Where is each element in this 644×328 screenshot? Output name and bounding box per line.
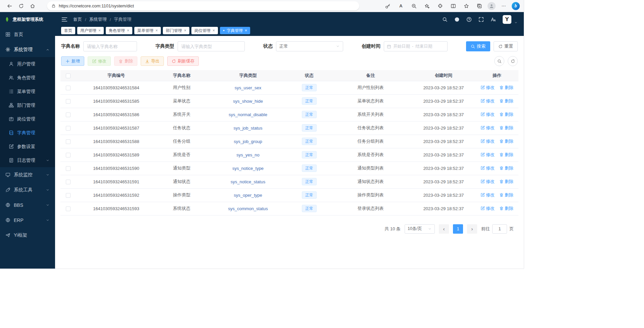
sidebar-item-home[interactable]: 首页 — [0, 27, 55, 42]
avatar-caret-icon[interactable] — [514, 21, 518, 25]
tab-close-icon[interactable]: × — [184, 29, 186, 33]
favorites-button[interactable] — [461, 1, 471, 11]
page-1-button[interactable]: 1 — [453, 224, 463, 234]
reset-button[interactable]: 重置 — [494, 41, 518, 51]
add-button[interactable]: 新增 — [61, 56, 84, 66]
table-row[interactable]: 1641030593246531590通知类型sys_notice_type正常… — [60, 161, 518, 175]
tab-user-mgmt[interactable]: 用户管理× — [77, 27, 104, 34]
add-favorite-button[interactable] — [422, 1, 432, 11]
row-delete-link[interactable]: 删除 — [499, 111, 513, 118]
dict-type-link[interactable]: sys_oper_type — [234, 193, 262, 198]
tab-menu-mgmt[interactable]: 菜单管理× — [134, 27, 161, 34]
collections-button[interactable] — [474, 1, 485, 11]
refresh-table-button[interactable] — [508, 56, 518, 66]
header-search-icon[interactable] — [442, 17, 448, 22]
row-edit-link[interactable]: 修改 — [480, 205, 495, 212]
password-manager-button[interactable] — [383, 1, 393, 11]
row-edit-link[interactable]: 修改 — [480, 111, 495, 118]
select-all-checkbox[interactable] — [66, 74, 71, 78]
tab-dept-mgmt[interactable]: 部门管理× — [163, 27, 189, 34]
row-edit-link[interactable]: 修改 — [480, 165, 495, 171]
row-delete-link[interactable]: 删除 — [499, 138, 513, 144]
browser-profile-button[interactable] — [488, 2, 496, 10]
dict-type-link[interactable]: sys_job_group — [234, 139, 262, 144]
sidebar-item-user-mgmt[interactable]: 用户管理 — [0, 57, 55, 71]
breadcrumb-system-mgmt[interactable]: 系统管理 — [89, 16, 107, 22]
row-checkbox[interactable] — [66, 139, 71, 144]
dict-type-link[interactable]: sys_notice_type — [232, 166, 264, 171]
toggle-search-button[interactable] — [494, 56, 504, 66]
row-edit-link[interactable]: 修改 — [480, 125, 495, 131]
date-range-picker[interactable]: 开始日期 - 结束日期 — [384, 41, 448, 51]
sidebar-item-system-tools[interactable]: 系统工具 — [0, 182, 55, 197]
extensions-button[interactable] — [435, 1, 445, 11]
row-edit-link[interactable]: 修改 — [480, 85, 495, 91]
tab-close-icon[interactable]: × — [245, 29, 247, 33]
dict-type-link[interactable]: sys_common_status — [228, 206, 268, 211]
dict-type-link[interactable]: sys_user_sex — [235, 85, 261, 90]
refresh-cache-button[interactable]: 刷新缓存 — [167, 56, 199, 66]
row-checkbox[interactable] — [66, 180, 71, 184]
table-row[interactable]: 1641030593246531592操作类型sys_oper_type正常操作… — [60, 188, 518, 202]
page-size-select[interactable]: 10条/页 — [405, 224, 435, 234]
dict-type-link[interactable]: sys_job_status — [234, 126, 263, 131]
row-checkbox[interactable] — [66, 126, 71, 131]
tab-home[interactable]: 首页 — [61, 27, 75, 34]
search-button[interactable]: 搜索 — [466, 41, 490, 51]
row-checkbox[interactable] — [66, 112, 71, 117]
row-delete-link[interactable]: 删除 — [499, 152, 513, 158]
dict-type-link[interactable]: sys_normal_disable — [229, 112, 267, 117]
row-delete-link[interactable]: 删除 — [499, 125, 513, 131]
status-select[interactable]: 正常 — [276, 41, 343, 51]
copilot-button[interactable]: b — [512, 2, 520, 10]
tab-close-icon[interactable]: × — [213, 29, 215, 33]
sidebar-item-param-settings[interactable]: 参数设置 — [0, 140, 55, 153]
breadcrumb-home[interactable]: 首页 — [73, 16, 82, 22]
font-size-icon[interactable] — [491, 17, 496, 22]
row-delete-link[interactable]: 删除 — [499, 98, 513, 104]
row-checkbox[interactable] — [66, 166, 71, 171]
dict-name-input[interactable] — [83, 41, 137, 51]
sidebar-item-menu-mgmt[interactable]: 菜单管理 — [0, 85, 55, 98]
sidebar-item-post-mgmt[interactable]: 岗位管理 — [0, 112, 55, 126]
row-edit-link[interactable]: 修改 — [480, 152, 495, 158]
fullscreen-icon[interactable] — [478, 17, 484, 22]
browser-menu-button[interactable]: ⋯ — [499, 1, 509, 11]
delete-button[interactable]: 删除 — [114, 56, 137, 66]
table-row[interactable]: 1641030593246531586系统开关sys_normal_disabl… — [60, 108, 518, 121]
row-edit-link[interactable]: 修改 — [480, 179, 495, 185]
dict-type-link[interactable]: sys_show_hide — [233, 99, 263, 104]
tab-role-mgmt[interactable]: 角色管理× — [106, 27, 132, 34]
sidebar-item-system-mgmt[interactable]: 系统管理 — [0, 42, 55, 57]
table-row[interactable]: 1641030593246531584用户性别sys_user_sex正常用户性… — [60, 81, 518, 94]
address-bar[interactable]: https://ccnetcore.com:1101/system/dict — [47, 1, 359, 10]
table-row[interactable]: 1641030593246531587任务状态sys_job_status正常任… — [60, 121, 518, 135]
row-checkbox[interactable] — [66, 206, 71, 211]
sidebar-item-yi-framework[interactable]: Yi框架 — [0, 228, 55, 243]
dict-type-link[interactable]: sys_yes_no — [236, 152, 260, 157]
edit-button[interactable]: 修改 — [88, 56, 111, 66]
github-icon[interactable] — [454, 17, 460, 22]
row-delete-link[interactable]: 删除 — [499, 192, 513, 198]
sidebar-item-dict-mgmt[interactable]: 字典管理 — [0, 126, 55, 140]
row-delete-link[interactable]: 删除 — [499, 205, 513, 212]
split-screen-button[interactable] — [448, 1, 458, 11]
row-edit-link[interactable]: 修改 — [480, 138, 495, 144]
sidebar-item-erp[interactable]: ERP — [0, 213, 55, 228]
read-aloud-button[interactable]: A — [396, 1, 406, 11]
prev-page-button[interactable]: ‹ — [439, 224, 449, 234]
tab-post-mgmt[interactable]: 岗位管理× — [191, 27, 218, 34]
table-row[interactable]: 1641030593246531588任务分组sys_job_group正常任务… — [60, 135, 518, 148]
table-row[interactable]: 1641030593246531591通知状态sys_notice_status… — [60, 175, 518, 188]
zoom-out-button[interactable] — [409, 1, 419, 11]
row-edit-link[interactable]: 修改 — [480, 192, 495, 198]
help-icon[interactable] — [466, 17, 472, 22]
row-delete-link[interactable]: 删除 — [499, 85, 513, 91]
browser-home-button[interactable] — [27, 1, 38, 11]
sidebar-item-system-monitor[interactable]: 系统监控 — [0, 167, 55, 182]
dict-type-input[interactable] — [178, 41, 245, 51]
tab-dict-mgmt[interactable]: ●字典管理× — [220, 27, 250, 34]
sidebar-item-bbs[interactable]: BBS — [0, 197, 55, 213]
row-checkbox[interactable] — [66, 153, 71, 157]
sidebar-item-role-mgmt[interactable]: 角色管理 — [0, 71, 55, 85]
